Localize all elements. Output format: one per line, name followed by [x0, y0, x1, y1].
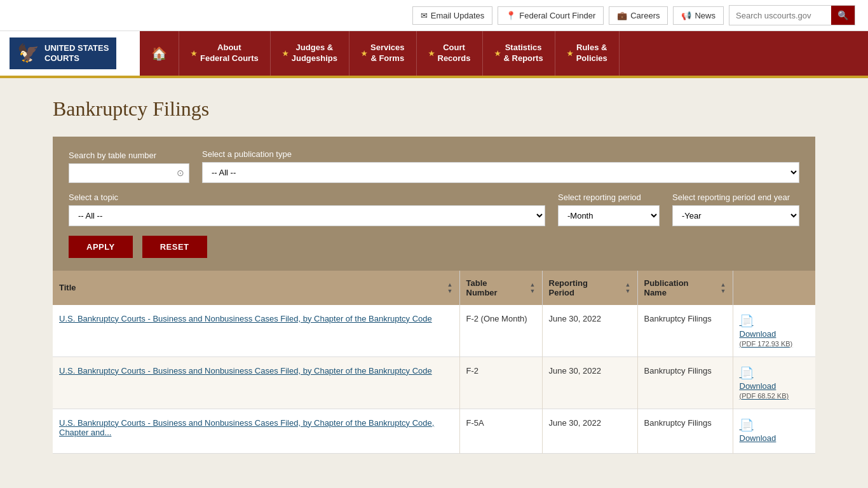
- email-updates-button[interactable]: ✉ Email Updates: [412, 6, 493, 25]
- nav-records[interactable]: ★ CourtRecords: [417, 31, 483, 76]
- search-button[interactable]: 🔍: [831, 6, 855, 25]
- download-label: Download: [740, 381, 776, 391]
- download-link[interactable]: 📄Download(PDF 68.52 KB): [740, 366, 810, 400]
- news-button[interactable]: 📢 News: [673, 6, 724, 25]
- nav-home-button[interactable]: 🏠: [140, 31, 179, 76]
- th-reporting-period-label: ReportingPeriod: [549, 278, 588, 297]
- nav-services[interactable]: ★ Services& Forms: [349, 31, 417, 76]
- filter-row-1: Search by table number ⊙ Select a public…: [69, 149, 799, 183]
- table-row: U.S. Bankruptcy Courts - Business and No…: [53, 409, 815, 453]
- star-icon: ★: [428, 49, 435, 58]
- row-reporting-period-cell: June 30, 2022: [542, 409, 637, 453]
- news-icon: 📢: [681, 11, 691, 20]
- filter-row-2: Select a topic -- All -- Select reportin…: [69, 193, 799, 226]
- star-icon: ★: [282, 49, 288, 58]
- publication-name-sort-arrows[interactable]: ▲▼: [721, 281, 726, 294]
- period-month-select[interactable]: -Month: [558, 205, 660, 226]
- news-label: News: [695, 11, 715, 20]
- table-number-label: Search by table number: [69, 151, 189, 160]
- download-meta: (PDF 68.52 KB): [740, 392, 789, 400]
- careers-button[interactable]: 💼 Careers: [609, 6, 668, 25]
- title-sort-arrows[interactable]: ▲▼: [447, 281, 453, 294]
- row-publication-name-cell: Bankruptcy Filings: [637, 409, 733, 453]
- th-download: [733, 271, 815, 305]
- pdf-icon: 📄: [740, 314, 754, 328]
- table-header-row: Title ▲▼ TableNumber ▲▼ ReportingPeriod …: [53, 271, 815, 305]
- nav-rules[interactable]: ★ Rules &Policies: [555, 31, 620, 76]
- th-reporting-period: ReportingPeriod ▲▼: [542, 271, 637, 305]
- result-title-link[interactable]: U.S. Bankruptcy Courts - Business and No…: [59, 366, 432, 376]
- nav-services-label: Services& Forms: [370, 43, 405, 64]
- federal-court-finder-label: Federal Court Finder: [519, 11, 595, 20]
- th-title: Title ▲▼: [53, 271, 459, 305]
- main-nav: 🏠 ★ AboutFederal Courts ★ Judges &Judges…: [140, 31, 868, 76]
- careers-label: Careers: [630, 11, 660, 20]
- pdf-icon: 📄: [740, 418, 754, 432]
- main-content: Bankruptcy Filings Search by table numbe…: [27, 78, 841, 473]
- download-label: Download: [740, 433, 776, 443]
- nav-statistics[interactable]: ★ Statistics& Reports: [483, 31, 555, 76]
- result-title-link[interactable]: U.S. Bankruptcy Courts - Business and No…: [59, 418, 434, 437]
- period-label: Select reporting period: [558, 193, 660, 202]
- apply-button[interactable]: APPLY: [69, 236, 133, 258]
- pub-type-select[interactable]: -- All --: [202, 162, 799, 183]
- row-title-cell: U.S. Bankruptcy Courts - Business and No…: [53, 409, 459, 453]
- th-table-number: TableNumber ▲▼: [459, 271, 542, 305]
- pub-type-group: Select a publication type -- All --: [202, 149, 799, 183]
- row-reporting-period-cell: June 30, 2022: [542, 356, 637, 409]
- download-link[interactable]: 📄Download(PDF 172.93 KB): [740, 314, 810, 348]
- row-download-cell: 📄Download(PDF 172.93 KB): [733, 305, 815, 357]
- table-row: U.S. Bankruptcy Courts - Business and No…: [53, 305, 815, 357]
- nav-statistics-label: Statistics& Reports: [504, 43, 543, 64]
- eagle-icon: 🦅: [17, 43, 39, 64]
- th-table-number-label: TableNumber: [466, 278, 498, 297]
- row-title-cell: U.S. Bankruptcy Courts - Business and No…: [53, 305, 459, 357]
- reporting-period-sort-arrows[interactable]: ▲▼: [625, 281, 631, 294]
- table-row: U.S. Bankruptcy Courts - Business and No…: [53, 356, 815, 409]
- row-reporting-period-cell: June 30, 2022: [542, 305, 637, 357]
- logo-line1: UNITED STATES: [44, 43, 109, 53]
- topic-label: Select a topic: [69, 193, 545, 202]
- topic-group: Select a topic -- All --: [69, 193, 545, 226]
- row-table-number-cell: F-5A: [459, 409, 542, 453]
- period-year-select[interactable]: -Year: [672, 205, 799, 226]
- location-icon: 📍: [506, 11, 516, 20]
- star-icon: ★: [494, 49, 501, 58]
- table-search-icon: ⊙: [177, 168, 184, 178]
- nav-judges[interactable]: ★ Judges &Judgeships: [271, 31, 349, 76]
- th-publication-name: PublicationName ▲▼: [637, 271, 733, 305]
- nav-about[interactable]: ★ AboutFederal Courts: [179, 31, 271, 76]
- results-table: Title ▲▼ TableNumber ▲▼ ReportingPeriod …: [53, 271, 815, 454]
- result-title-link[interactable]: U.S. Bankruptcy Courts - Business and No…: [59, 314, 432, 323]
- th-publication-name-label: PublicationName: [644, 278, 689, 297]
- email-updates-label: Email Updates: [431, 11, 485, 20]
- nav-judges-label: Judges &Judgeships: [292, 43, 337, 64]
- download-meta: (PDF 172.93 KB): [740, 340, 793, 348]
- table-number-input-wrap: ⊙: [69, 163, 189, 183]
- download-link[interactable]: 📄Download: [740, 418, 810, 444]
- table-number-input[interactable]: [69, 163, 189, 183]
- download-label: Download: [740, 329, 776, 339]
- search-bar: 🔍: [729, 5, 855, 25]
- utility-bar: ✉ Email Updates 📍 Federal Court Finder 💼…: [0, 0, 868, 31]
- federal-court-finder-button[interactable]: 📍 Federal Court Finder: [498, 6, 604, 25]
- filter-panel: Search by table number ⊙ Select a public…: [53, 137, 815, 271]
- search-input[interactable]: [729, 7, 831, 24]
- page-title: Bankruptcy Filings: [53, 97, 815, 121]
- nav-about-label: AboutFederal Courts: [200, 43, 259, 64]
- star-icon: ★: [567, 49, 573, 58]
- row-download-cell: 📄Download: [733, 409, 815, 453]
- reset-button[interactable]: RESET: [142, 236, 207, 258]
- row-download-cell: 📄Download(PDF 68.52 KB): [733, 356, 815, 409]
- table-number-sort-arrows[interactable]: ▲▼: [530, 281, 536, 294]
- nav-records-label: CourtRecords: [438, 43, 471, 64]
- briefcase-icon: 💼: [617, 11, 627, 20]
- logo-area: 🦅 UNITED STATES COURTS: [0, 31, 140, 76]
- th-title-label: Title: [59, 283, 76, 292]
- period-group: Select reporting period -Month: [558, 193, 660, 226]
- row-publication-name-cell: Bankruptcy Filings: [637, 305, 733, 357]
- period-end-label: Select reporting period end year: [672, 193, 799, 202]
- nav-rules-label: Rules &Policies: [576, 43, 607, 64]
- topic-select[interactable]: -- All --: [69, 205, 545, 226]
- row-publication-name-cell: Bankruptcy Filings: [637, 356, 733, 409]
